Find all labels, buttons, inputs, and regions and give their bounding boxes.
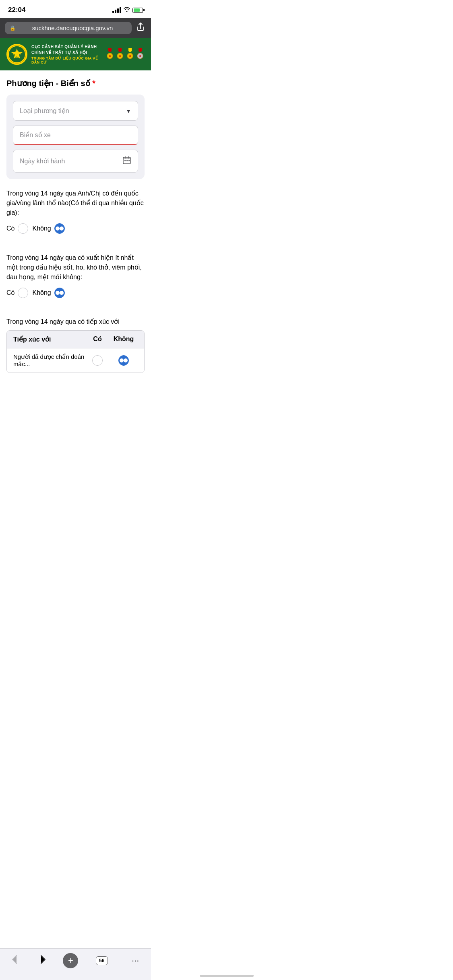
status-bar: 22:04 xyxy=(0,0,151,18)
lock-icon: 🔒 xyxy=(10,25,16,31)
browser-bar: 🔒 suckhoe.dancuquocgia.gov.vn xyxy=(0,18,151,38)
header-text: CỤC CẢNH SÁT QUẢN LÝ HÀNH CHÍNH VỀ TRẬT … xyxy=(31,44,101,64)
status-icons xyxy=(112,7,143,13)
q1-khong-label: Không xyxy=(32,225,51,232)
question-2-radio-group: Có Không xyxy=(6,288,145,298)
question-1-text: Trong vòng 14 ngày qua Anh/Chị có đến qu… xyxy=(6,189,145,218)
q1-co-radio[interactable] xyxy=(18,223,28,234)
header-subtitle: TRUNG TÂM DỮ LIỆU QUỐC GIA VỀ DÂN CƯ xyxy=(31,56,101,64)
url-text: suckhoe.dancuquocgia.gov.vn xyxy=(18,25,127,31)
vehicle-form-card: Loại phương tiện ▼ Ngày khởi hành xyxy=(6,95,145,179)
contact-table-section: Trong vòng 14 ngày qua có tiếp xúc với T… xyxy=(6,318,145,373)
col-header-khong: Không xyxy=(110,336,138,343)
calendar-icon xyxy=(122,156,131,167)
col-header-co: Có xyxy=(85,336,110,343)
departure-date-placeholder: Ngày khởi hành xyxy=(20,157,65,165)
q2-khong-radio[interactable] xyxy=(54,288,65,298)
vehicle-type-select[interactable]: Loại phương tiện ▼ xyxy=(13,101,138,121)
share-button[interactable] xyxy=(135,21,146,35)
medal-1: ★ xyxy=(105,48,114,60)
table-intro-text: Trong vòng 14 ngày qua có tiếp xúc với xyxy=(6,318,145,325)
medal-3: ★ xyxy=(126,48,134,60)
q2-co-label: Có xyxy=(6,289,14,296)
medal-2: ★ xyxy=(116,48,124,60)
q2-khong-option[interactable]: Không xyxy=(32,288,64,298)
q2-khong-label: Không xyxy=(32,289,51,296)
battery-icon xyxy=(132,8,143,13)
logo xyxy=(6,44,27,65)
header-banner: CỤC CẢNH SÁT QUẢN LÝ HÀNH CHÍNH VỀ TRẬT … xyxy=(0,38,151,70)
row-label: Người đã được chẩn đoán mắc... xyxy=(13,353,85,368)
question-2-text: Trong vòng 14 ngày qua có xuất hiện ít n… xyxy=(6,253,145,282)
table-header: Tiếp xúc với Có Không xyxy=(7,331,144,348)
license-plate-input[interactable] xyxy=(13,126,138,145)
q1-co-option[interactable]: Có xyxy=(6,223,28,234)
question-2-section: Trong vòng 14 ngày qua có xuất hiện ít n… xyxy=(6,253,145,298)
svg-rect-4 xyxy=(124,160,126,161)
col-header-contact: Tiếp xúc với xyxy=(13,336,85,343)
wifi-icon xyxy=(124,7,130,13)
vehicle-type-placeholder: Loại phương tiện xyxy=(20,107,69,115)
svg-rect-5 xyxy=(126,160,128,161)
row-khong-radio[interactable] xyxy=(110,355,138,366)
status-time: 22:04 xyxy=(8,6,25,14)
q1-khong-option[interactable]: Không xyxy=(32,223,64,234)
section-title: Phương tiện - Biển số * xyxy=(6,78,145,88)
q2-co-radio[interactable] xyxy=(18,288,28,298)
required-indicator: * xyxy=(92,79,95,88)
svg-rect-6 xyxy=(128,160,130,161)
signal-bars-icon xyxy=(112,7,121,13)
contact-table: Tiếp xúc với Có Không Người đã được chẩn… xyxy=(6,330,145,373)
chevron-down-icon: ▼ xyxy=(126,108,131,114)
departure-date-field[interactable]: Ngày khởi hành xyxy=(13,150,138,173)
table-row: Người đã được chẩn đoán mắc... xyxy=(7,348,144,373)
main-content: Phương tiện - Biển số * Loại phương tiện… xyxy=(0,70,151,417)
divider xyxy=(6,308,145,308)
header-title: CỤC CẢNH SÁT QUẢN LÝ HÀNH CHÍNH VỀ TRẬT … xyxy=(31,44,101,56)
row-co-radio[interactable] xyxy=(85,355,110,366)
url-bar[interactable]: 🔒 suckhoe.dancuquocgia.gov.vn xyxy=(5,22,132,34)
q1-co-label: Có xyxy=(6,225,14,232)
question-1-radio-group: Có Không xyxy=(6,223,145,234)
question-1-section: Trong vòng 14 ngày qua Anh/Chị có đến qu… xyxy=(6,189,145,243)
q2-co-option[interactable]: Có xyxy=(6,288,28,298)
q1-khong-radio[interactable] xyxy=(54,223,65,234)
medals-container: ★ ★ ★ ★ xyxy=(105,48,145,60)
medal-4: ★ xyxy=(136,48,145,60)
